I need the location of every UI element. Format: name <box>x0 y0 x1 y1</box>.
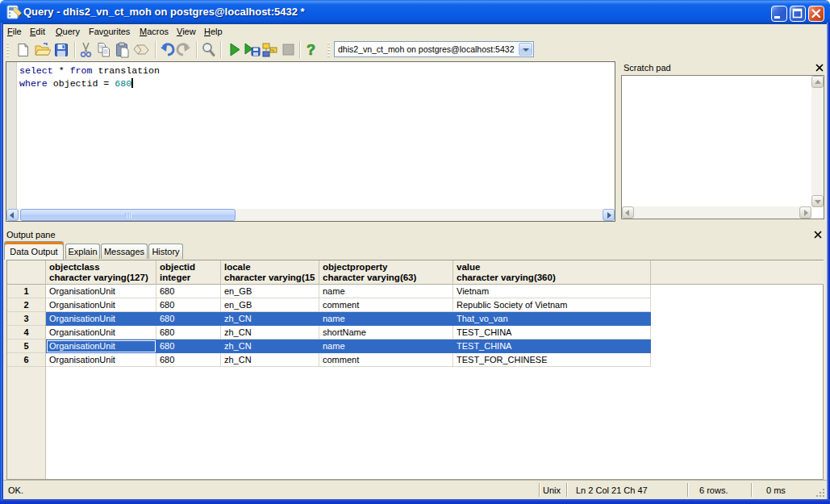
tool-cut[interactable] <box>80 42 92 58</box>
row-5: OrganisationUnit 680 zh_CN name TEST_CHI… <box>46 339 651 353</box>
tool-find[interactable] <box>201 42 215 57</box>
svg-text:?: ? <box>307 42 315 58</box>
toolbar: ? dhis2_vn_ct_moh on postgres@localhost:… <box>3 39 827 61</box>
outputpane-close[interactable] <box>813 230 823 240</box>
scratchpad-caption: Scratch pad <box>621 61 824 75</box>
grid-gutter: 1 2 3 4 5 6 <box>7 285 46 479</box>
menu-view[interactable]: View <box>177 27 196 36</box>
tab-messages[interactable]: Messages <box>101 244 148 259</box>
data-grid: objectclasscharacter varying(127) object… <box>6 260 824 480</box>
tool-open[interactable] <box>35 43 51 57</box>
tab-data-output[interactable]: Data Output <box>4 241 64 260</box>
tool-save[interactable] <box>54 43 69 57</box>
row-3: OrganisationUnit 680 zh_CN name That_vo_… <box>46 312 651 326</box>
tool-help[interactable]: ? <box>306 42 319 58</box>
row-4: OrganisationUnit 680 zh_CN shortName TES… <box>46 326 651 339</box>
outputpane-caption: Output pane <box>3 228 827 241</box>
tool-redo[interactable] <box>176 43 191 56</box>
tool-run[interactable] <box>229 43 240 56</box>
btn-minimize[interactable] <box>771 6 787 22</box>
btn-maximize[interactable] <box>790 6 806 22</box>
title: Query - dhis2_vn_ct_moh on postgres@loca… <box>23 6 305 18</box>
tool-copy[interactable] <box>97 42 111 58</box>
btn-close[interactable] <box>808 6 824 22</box>
pgadmin-query-window: Query - dhis2_vn_ct_moh on postgres@loca… <box>0 0 830 504</box>
menu-query[interactable]: Query <box>56 27 80 36</box>
grid-header: objectclasscharacter varying(127) object… <box>7 260 824 285</box>
tool-paste[interactable] <box>115 42 130 58</box>
row-1: OrganisationUnit 680 en_GB name Vietnam <box>46 285 651 298</box>
tool-clear[interactable] <box>132 44 150 56</box>
sql-editor[interactable]: select * from translation where objectid… <box>6 61 615 222</box>
output-tabs: Data Output Explain Messages History <box>3 241 827 260</box>
row-6: OrganisationUnit 680 zh_CN comment TEST_… <box>46 353 651 367</box>
menu-file[interactable]: File <box>7 27 22 36</box>
tab-history[interactable]: History <box>148 244 183 259</box>
scratch-hscroll <box>622 206 811 219</box>
menu-help[interactable]: Help <box>204 27 223 36</box>
menu-macros[interactable]: Macros <box>140 27 169 36</box>
tool-explain[interactable] <box>262 43 277 57</box>
statusbar: OK. Unix Ln 2 Col 21 Ch 47 6 rows. 0 ms <box>3 481 827 499</box>
tool-new[interactable] <box>16 43 31 57</box>
tool-runfile[interactable] <box>244 43 261 56</box>
row-2: OrganisationUnit 680 en_GB comment Repub… <box>46 298 651 312</box>
menu-favourites[interactable]: Favourites <box>89 27 130 36</box>
menubar: File Edit Query Favourites Macros View H… <box>3 24 827 39</box>
window: Query - dhis2_vn_ct_moh on postgres@loca… <box>0 0 830 504</box>
tool-undo[interactable] <box>160 43 175 56</box>
scratchpad[interactable] <box>621 75 824 219</box>
editor-hscroll <box>6 209 615 221</box>
tab-explain[interactable]: Explain <box>65 244 100 259</box>
titlebar: Query - dhis2_vn_ct_moh on postgres@loca… <box>0 0 830 24</box>
menu-edit[interactable]: Edit <box>30 27 45 36</box>
scratch-vscroll <box>811 76 824 207</box>
connection-combo[interactable]: dhis2_vn_ct_moh on postgres@localhost:54… <box>334 41 534 57</box>
scratchpad-close[interactable] <box>815 63 824 73</box>
tool-stop[interactable] <box>282 44 294 56</box>
